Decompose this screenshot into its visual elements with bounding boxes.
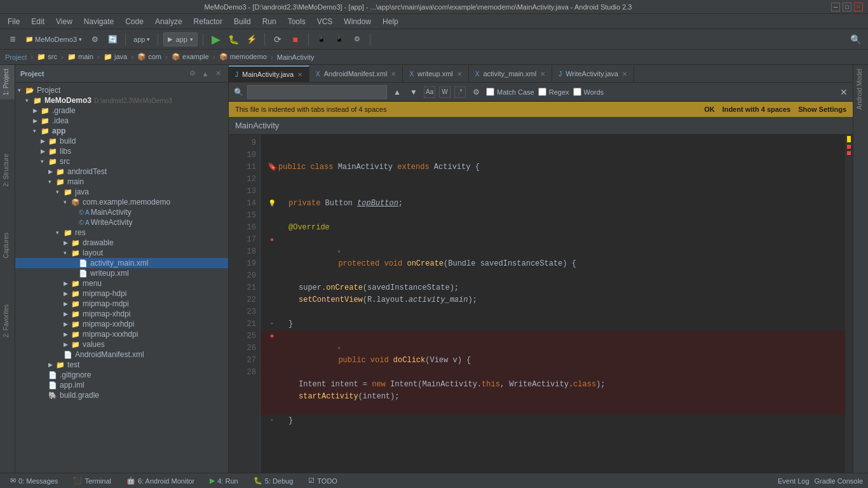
maximize-button[interactable]: □ — [843, 3, 851, 11]
tree-memodemo3[interactable]: ▾📁MeMoDemo3 D:\android2.3\MeMoDemo3 — [15, 95, 228, 105]
menu-edit[interactable]: Edit — [26, 16, 50, 27]
config-dropdown[interactable]: ▶ app ▾ — [163, 32, 197, 46]
tree-drawable[interactable]: ▶📁drawable — [15, 238, 228, 248]
com-nav[interactable]: 📦 com — [137, 53, 161, 61]
toolbar-stop[interactable]: ■ — [288, 32, 303, 47]
tree-project[interactable]: ▾📂Project — [15, 85, 228, 95]
bottom-tab-debug[interactable]: 🐛 5: Debug — [248, 473, 299, 489]
minimize-button[interactable]: ─ — [831, 3, 840, 11]
words-checkbox[interactable] — [573, 88, 581, 96]
tab-androidmanifest[interactable]: X AndroidManifest.xml ✕ — [309, 65, 403, 82]
tree-mipmap-xhdpi[interactable]: ▶📁mipmap-xhdpi — [15, 309, 228, 319]
favorites-vert-tab[interactable]: 2: Favorites — [0, 301, 15, 341]
bottom-tab-todo[interactable]: ☑ TODO — [303, 473, 342, 489]
search-regex[interactable]: .* — [454, 86, 466, 98]
tree-values[interactable]: ▶📁values — [15, 339, 228, 349]
tree-build[interactable]: ▶📁build — [15, 136, 228, 146]
toolbar-avd[interactable]: 📱 — [332, 32, 347, 47]
match-case-option[interactable]: Match Case — [486, 88, 534, 96]
menu-view[interactable]: View — [51, 16, 78, 27]
close-button[interactable]: ✕ — [854, 3, 863, 11]
tab-close-writeup[interactable]: ✕ — [457, 71, 462, 78]
tree-androidtest[interactable]: ▶📁androidTest — [15, 166, 228, 177]
toolbar-debug-button[interactable]: 🐛 — [226, 32, 241, 47]
match-case-checkbox[interactable] — [486, 88, 494, 96]
tab-close-mainactivity[interactable]: ✕ — [297, 71, 302, 78]
run-button[interactable]: ▶ — [208, 32, 224, 47]
tree-androidmanifest[interactable]: ▶📄AndroidManifest.xml — [15, 349, 228, 360]
search-settings[interactable]: ⚙ — [470, 86, 482, 98]
tree-java[interactable]: ▾📁java — [15, 187, 228, 197]
menu-run[interactable]: Run — [257, 16, 281, 27]
search-close-button[interactable]: ✕ — [840, 87, 848, 97]
menu-refactor[interactable]: Refactor — [189, 16, 227, 27]
tree-settings-icon[interactable]: ⚙ — [187, 69, 198, 79]
menu-analyze[interactable]: Analyze — [150, 16, 187, 27]
gradle-console-link[interactable]: Gradle Console — [815, 477, 863, 485]
tree-activity-main-xml[interactable]: ▶📄activity_main.xml — [15, 258, 228, 268]
example-nav[interactable]: 📦 example — [172, 53, 209, 61]
toolbar-device[interactable]: 📱 — [314, 32, 329, 47]
code-content[interactable]: 🔖 public class MainActivity extends Acti… — [261, 135, 845, 473]
bottom-tab-terminal[interactable]: ⬛ Terminal — [68, 473, 116, 489]
tree-idea[interactable]: ▶📁.idea — [15, 116, 228, 126]
event-log-link[interactable]: Event Log — [778, 477, 810, 485]
tab-mainactivity[interactable]: J MainActivity.java ✕ — [229, 65, 309, 82]
search-input[interactable] — [247, 85, 387, 99]
tree-layout[interactable]: ▾📁layout — [15, 248, 228, 258]
tree-app[interactable]: ▾📁app — [15, 126, 228, 136]
mainactivity-nav[interactable]: MainActivity — [277, 53, 315, 61]
tree-mainactivity[interactable]: ▶ © A MainActivity — [15, 207, 228, 217]
captures-vert-tab[interactable]: Captures — [0, 229, 15, 262]
search-words-whole[interactable]: W — [439, 86, 451, 98]
menu-navigate[interactable]: Navigate — [79, 16, 119, 27]
regex-option[interactable]: Regex — [538, 88, 569, 96]
tree-mipmap-xxxhdpi[interactable]: ▶📁mipmap-xxxhdpi — [15, 329, 228, 339]
menu-help[interactable]: Help — [377, 16, 403, 27]
main-nav[interactable]: 📁 main — [67, 53, 93, 61]
project-vert-tab[interactable]: 1: Project — [0, 65, 15, 99]
tree-res[interactable]: ▾📁res — [15, 227, 228, 238]
memodemo-nav[interactable]: 📦 memodemo — [219, 53, 267, 61]
bottom-tab-android-monitor[interactable]: 🤖 6: Android Monitor — [121, 473, 200, 489]
toolbar-rerun[interactable]: ⟳ — [270, 32, 285, 47]
notif-settings-link[interactable]: Show Settings — [798, 105, 846, 113]
breadcrumb-item[interactable]: MainActivity — [235, 121, 279, 130]
tree-mipmap-hdpi[interactable]: ▶📁mipmap-hdpi — [15, 288, 228, 299]
project-nav[interactable]: Project — [5, 53, 27, 61]
tab-close-activity-main[interactable]: ✕ — [540, 71, 545, 78]
tree-com-example[interactable]: ▾📦com.example.memodemo — [15, 197, 228, 207]
words-option[interactable]: Words — [573, 88, 604, 96]
toolbar-icon-2[interactable]: ⚙ — [87, 32, 102, 47]
tree-app-iml[interactable]: ▶📄app.iml — [15, 380, 228, 390]
toolbar-icon-3[interactable]: 🔄 — [105, 32, 120, 47]
menu-build[interactable]: Build — [229, 16, 256, 27]
menu-window[interactable]: Window — [339, 16, 376, 27]
tab-close-writeactivity[interactable]: ✕ — [622, 71, 627, 78]
menu-vcs[interactable]: VCS — [312, 16, 338, 27]
menu-code[interactable]: Code — [120, 16, 149, 27]
tree-build-gradle[interactable]: ▶🐘build.gradle — [15, 390, 228, 400]
notif-ok-link[interactable]: OK — [704, 105, 715, 113]
tree-writeup-xml[interactable]: ▶📄writeup.xml — [15, 268, 228, 278]
tree-collapse-icon[interactable]: ▲ — [200, 69, 210, 79]
menu-file[interactable]: File — [3, 16, 25, 27]
tree-main[interactable]: ▾📁main — [15, 177, 228, 187]
tree-libs[interactable]: ▶📁libs — [15, 146, 228, 156]
toolbar-run2[interactable]: ⚡ — [244, 32, 259, 47]
toolbar-icon-1[interactable]: ≡ — [5, 32, 20, 47]
java-nav[interactable]: 📁 java — [104, 53, 127, 61]
android-model-tab[interactable]: Android Model — [853, 65, 868, 113]
project-dropdown[interactable]: 📁 MeMoDemo3 ▾ — [23, 32, 85, 47]
module-dropdown[interactable]: app▾ — [131, 32, 153, 47]
tab-close-androidmanifest[interactable]: ✕ — [391, 71, 396, 78]
tree-writeactivity[interactable]: ▶ © A WriteActivity — [15, 217, 228, 227]
search-prev-button[interactable]: ▲ — [391, 86, 403, 98]
tree-test[interactable]: ▶📁test — [15, 360, 228, 370]
tab-writeup[interactable]: X writeup.xml ✕ — [403, 65, 468, 82]
search-next-button[interactable]: ▼ — [407, 86, 420, 98]
bottom-tab-messages[interactable]: ✉ 0: Messages — [5, 473, 63, 489]
menu-tools[interactable]: Tools — [283, 16, 311, 27]
tree-menu[interactable]: ▶📁menu — [15, 278, 228, 288]
tree-mipmap-mdpi[interactable]: ▶📁mipmap-mdpi — [15, 299, 228, 309]
